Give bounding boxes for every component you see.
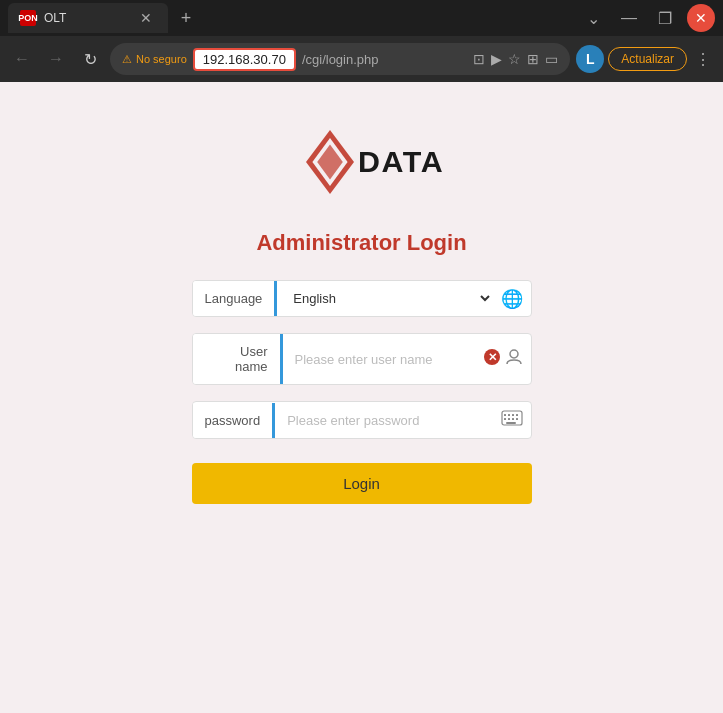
url-bar[interactable]: ⚠ No seguro 192.168.30.70 /cgi/login.php…	[110, 43, 570, 75]
svg-text:DATA: DATA	[358, 144, 442, 178]
svg-rect-8	[504, 414, 506, 416]
language-select[interactable]: English Chinese Spanish French	[277, 282, 492, 315]
url-path: /cgi/login.php	[302, 52, 379, 67]
login-form: Language English Chinese Spanish French …	[192, 280, 532, 504]
clear-user-icon: ✕	[483, 348, 501, 366]
svg-point-6	[510, 350, 518, 358]
extensions-icon[interactable]: ⊞	[527, 51, 539, 67]
dropdown-button[interactable]: ⌄	[579, 4, 607, 32]
address-bar: ← → ↻ ⚠ No seguro 192.168.30.70 /cgi/log…	[0, 36, 723, 82]
keyboard-icon	[501, 410, 523, 430]
minimize-button[interactable]: —	[615, 4, 643, 32]
svg-rect-13	[508, 418, 510, 420]
tablet-icon[interactable]: ▭	[545, 51, 558, 67]
security-text: No seguro	[136, 53, 187, 65]
profile-button[interactable]: L	[576, 45, 604, 73]
language-row: Language English Chinese Spanish French …	[192, 280, 532, 317]
username-icons: ✕	[475, 340, 531, 378]
svg-rect-16	[506, 422, 516, 424]
page-content: DATA Administrator Login Language Englis…	[0, 82, 723, 713]
security-icon: ⚠	[122, 53, 132, 66]
svg-rect-14	[512, 418, 514, 420]
username-input[interactable]	[283, 342, 475, 377]
language-label: Language	[193, 281, 278, 316]
svg-rect-9	[508, 414, 510, 416]
update-button[interactable]: Actualizar	[608, 47, 687, 71]
svg-rect-11	[516, 414, 518, 416]
forward-icon[interactable]: ▶	[491, 51, 502, 67]
url-host: 192.168.30.70	[193, 48, 296, 71]
reload-button[interactable]: ↻	[76, 45, 104, 73]
browser-chrome: PON OLT ✕ + ⌄ — ❐ ✕ ← → ↻ ⚠ No seguro 19…	[0, 0, 723, 82]
username-label: User name	[193, 334, 283, 384]
maximize-button[interactable]: ❐	[651, 4, 679, 32]
password-input[interactable]	[275, 403, 492, 438]
address-bar-right: L Actualizar ⋮	[576, 45, 715, 73]
svg-rect-15	[516, 418, 518, 420]
tab-bar-controls: ⌄ — ❐ ✕	[579, 4, 715, 32]
translate-icon[interactable]: ⊡	[473, 51, 485, 67]
back-button[interactable]: ←	[8, 45, 36, 73]
keyboard-svg-icon	[501, 410, 523, 426]
window-close-button[interactable]: ✕	[687, 4, 715, 32]
user-icon	[505, 348, 523, 370]
url-action-icons: ⊡ ▶ ☆ ⊞ ▭	[473, 51, 558, 67]
clear-icon[interactable]: ✕	[483, 348, 501, 370]
security-warning: ⚠ No seguro	[122, 53, 187, 66]
password-label: password	[193, 403, 276, 438]
tab-title: OLT	[44, 11, 128, 25]
login-title: Administrator Login	[256, 230, 466, 256]
logo-container: DATA	[282, 122, 442, 206]
tab-bar: PON OLT ✕ + ⌄ — ❐ ✕	[0, 0, 723, 36]
svg-text:✕: ✕	[487, 351, 496, 363]
user-profile-icon	[505, 348, 523, 366]
bookmark-icon[interactable]: ☆	[508, 51, 521, 67]
tab-favicon: PON	[20, 10, 36, 26]
forward-button[interactable]: →	[42, 45, 70, 73]
svg-rect-12	[504, 418, 506, 420]
svg-rect-10	[512, 414, 514, 416]
new-tab-button[interactable]: +	[172, 4, 200, 32]
tab-close-icon[interactable]: ✕	[136, 8, 156, 28]
cdata-logo: DATA	[282, 122, 442, 202]
browser-tab[interactable]: PON OLT ✕	[8, 3, 168, 33]
browser-menu-button[interactable]: ⋮	[691, 46, 715, 73]
login-button[interactable]: Login	[192, 463, 532, 504]
keyboard-icon-container	[493, 402, 531, 438]
username-row: User name ✕	[192, 333, 532, 385]
globe-icon: 🌐	[493, 282, 531, 316]
password-row: password	[192, 401, 532, 439]
